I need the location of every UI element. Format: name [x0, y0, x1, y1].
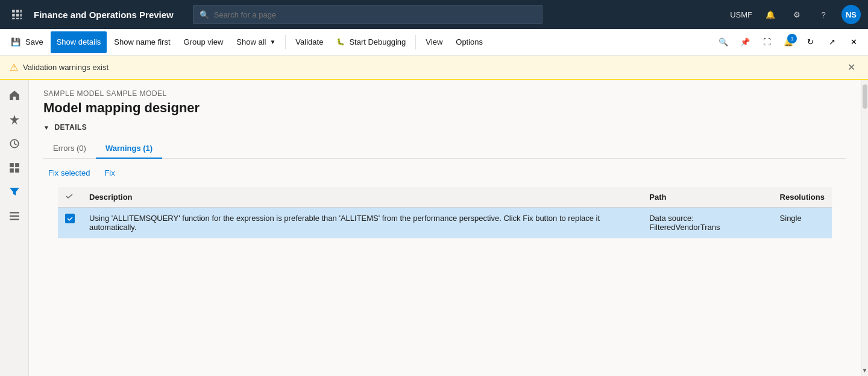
notifications-count-button[interactable]: 🔔 1	[779, 33, 798, 52]
group-view-button[interactable]: Group view	[178, 31, 230, 53]
search-bar[interactable]: 🔍	[193, 5, 542, 24]
svg-rect-5	[20, 14, 22, 17]
svg-rect-3	[12, 14, 15, 17]
svg-rect-7	[16, 18, 19, 19]
sidebar-item-favorites[interactable]	[4, 109, 25, 130]
fix-button[interactable]: Fix	[99, 166, 119, 180]
show-name-first-button[interactable]: Show name first	[108, 31, 176, 53]
tab-warnings[interactable]: Warnings (1)	[96, 139, 162, 159]
help-button[interactable]: ?	[815, 6, 832, 23]
table-header-row: Description Path Resolutions	[58, 187, 832, 208]
notification-badge: 1	[787, 34, 797, 43]
sidebar-item-dashboard[interactable]	[4, 157, 25, 179]
table-row[interactable]: Using 'ALLITEMSQUERY' function for the e…	[58, 208, 832, 238]
row-checkbox[interactable]	[58, 208, 82, 238]
toolbar-separator-2	[415, 35, 416, 49]
svg-rect-10	[10, 163, 14, 167]
row-description: Using 'ALLITEMSQUERY' function for the e…	[82, 208, 642, 238]
details-header-label: DETAILS	[54, 123, 87, 132]
open-external-icon-button[interactable]: ↗	[822, 33, 841, 52]
save-button[interactable]: 💾Save	[5, 31, 49, 53]
warning-icon: ⚠	[10, 62, 18, 73]
search-icon: 🔍	[200, 10, 209, 19]
row-resolutions: Single	[773, 208, 832, 238]
fullscreen-icon-button[interactable]: ⛶	[757, 33, 776, 52]
col-path: Path	[642, 187, 772, 208]
sidebar-item-recent[interactable]	[4, 133, 25, 155]
pin-icon-button[interactable]: 📌	[735, 33, 755, 52]
avatar[interactable]: NS	[841, 5, 861, 24]
col-description: Description	[82, 187, 642, 208]
svg-rect-8	[20, 18, 22, 19]
svg-rect-14	[10, 212, 19, 213]
search-icon-button[interactable]: 🔍	[714, 33, 733, 52]
chevron-down-icon: ▼	[269, 39, 275, 45]
company-label: USMF	[730, 10, 752, 19]
show-details-button[interactable]: Show details	[51, 31, 107, 53]
scrollbar-track[interactable]	[862, 80, 868, 365]
main-layout: SAMPLE MODEL SAMPLE MODEL Model mapping …	[0, 80, 868, 376]
svg-rect-4	[16, 14, 19, 17]
refresh-icon-button[interactable]: ↻	[800, 33, 820, 52]
right-scrollbar: ▼	[861, 80, 868, 376]
toolbar: 💾Save Show details Show name first Group…	[0, 29, 868, 56]
warning-text: Validation warnings exist	[23, 63, 839, 72]
show-all-button[interactable]: Show all ▼	[230, 31, 281, 53]
checkbox-checked	[65, 214, 75, 223]
save-icon: 💾	[11, 37, 20, 46]
page-title: Model mapping designer	[43, 100, 846, 116]
page-header: SAMPLE MODEL SAMPLE MODEL Model mapping …	[29, 80, 861, 121]
svg-rect-16	[10, 219, 19, 220]
app-title: Finance and Operations Preview	[34, 10, 174, 20]
row-path: Data source: FilteredVendorTrans	[642, 208, 772, 238]
grid-menu-button[interactable]	[7, 5, 27, 24]
top-nav: Finance and Operations Preview 🔍 USMF 🔔 …	[0, 0, 868, 29]
start-debugging-button[interactable]: 🐛 Start Debugging	[330, 31, 412, 53]
table-container: Description Path Resolutions	[43, 187, 846, 238]
search-input[interactable]	[214, 10, 536, 19]
svg-rect-1	[16, 10, 19, 13]
sidebar-item-list[interactable]	[4, 205, 25, 227]
top-nav-right: USMF 🔔 ⚙ ? NS	[730, 5, 861, 24]
sidebar-item-filter[interactable]	[4, 181, 25, 203]
settings-button[interactable]: ⚙	[788, 6, 805, 23]
warning-close-button[interactable]: ✕	[844, 60, 858, 75]
tab-errors[interactable]: Errors (0)	[43, 139, 96, 159]
col-checkbox	[58, 187, 82, 208]
toolbar-separator-1	[285, 35, 286, 49]
options-button[interactable]: Options	[450, 31, 489, 53]
fix-selected-button[interactable]: Fix selected	[43, 166, 95, 180]
warnings-table: Description Path Resolutions	[58, 187, 832, 238]
svg-rect-15	[10, 215, 19, 217]
svg-rect-0	[12, 10, 15, 13]
action-row: Fix selected Fix	[43, 166, 846, 180]
sidebar-item-home[interactable]	[4, 84, 25, 106]
col-resolutions: Resolutions	[773, 187, 832, 208]
svg-rect-11	[15, 163, 19, 167]
details-section: ▼ DETAILS Errors (0) Warnings (1) Fix se…	[29, 121, 861, 238]
details-collapse-icon: ▼	[43, 124, 49, 131]
scrollbar-thumb[interactable]	[863, 84, 867, 109]
view-button[interactable]: View	[420, 31, 448, 53]
warning-banner: ⚠ Validation warnings exist ✕	[0, 56, 868, 80]
svg-rect-2	[20, 10, 22, 13]
svg-rect-12	[10, 168, 14, 173]
breadcrumb: SAMPLE MODEL SAMPLE MODEL	[43, 89, 846, 98]
left-sidebar	[0, 80, 29, 376]
notifications-button[interactable]: 🔔	[762, 6, 779, 23]
close-button[interactable]: ✕	[844, 33, 863, 52]
details-header[interactable]: ▼ DETAILS	[43, 121, 846, 134]
validate-button[interactable]: Validate	[289, 31, 329, 53]
tabs-row: Errors (0) Warnings (1)	[43, 139, 846, 159]
svg-rect-6	[12, 18, 15, 19]
svg-rect-13	[15, 168, 19, 173]
content-area: SAMPLE MODEL SAMPLE MODEL Model mapping …	[29, 80, 861, 376]
toolbar-right-actions: 🔍 📌 ⛶ 🔔 1 ↻ ↗ ✕	[714, 33, 863, 52]
debug-icon: 🐛	[336, 38, 345, 46]
